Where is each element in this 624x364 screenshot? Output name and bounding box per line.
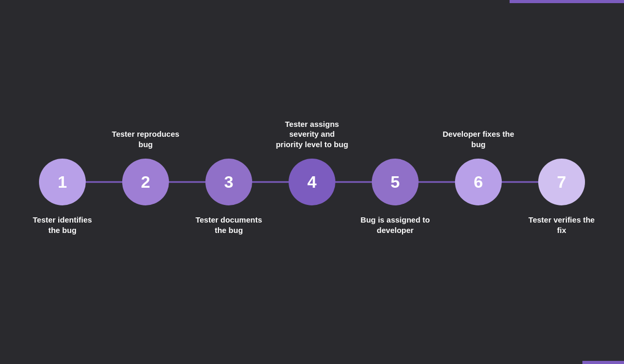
step-6-circle: 6 [455, 159, 502, 205]
step-5: 5 Bug is assigned to developer [359, 108, 432, 256]
step-3-label: Tester documents the bug [192, 215, 265, 256]
step-5-number: 5 [391, 173, 400, 192]
step-6-label: Developer fixes the bug [442, 108, 515, 149]
step-5-label: Bug is assigned to developer [359, 215, 432, 256]
step-4-number: 4 [307, 173, 317, 192]
step-2-circle: 2 [122, 159, 169, 205]
diagram-container: 1 Tester identifies the bug Tester repro… [0, 0, 624, 364]
step-1-number: 1 [58, 173, 67, 192]
step-1: 1 Tester identifies the bug [26, 108, 99, 256]
step-1-circle: 1 [39, 159, 86, 205]
step-1-label: Tester identifies the bug [26, 215, 99, 256]
step-6-number: 6 [474, 173, 483, 192]
step-4: Tester assigns severity and priority lev… [276, 108, 348, 256]
step-3: 3 Tester documents the bug [192, 108, 265, 256]
step-2-number: 2 [141, 173, 150, 192]
step-4-circle: 4 [289, 159, 335, 205]
step-5-circle: 5 [372, 159, 419, 205]
steps-row: 1 Tester identifies the bug Tester repro… [26, 108, 598, 256]
step-7-number: 7 [557, 173, 566, 192]
step-7-circle: 7 [538, 159, 585, 205]
step-4-label: Tester assigns severity and priority lev… [276, 108, 348, 149]
step-7-label: Tester verifies the fix [525, 215, 598, 256]
step-2-label: Tester reproduces bug [109, 108, 182, 149]
step-2: Tester reproduces bug 2 [109, 108, 182, 256]
step-7: 7 Tester verifies the fix [525, 108, 598, 256]
steps-wrapper: 1 Tester identifies the bug Tester repro… [26, 73, 598, 291]
step-6: Developer fixes the bug 6 [442, 108, 515, 256]
step-3-circle: 3 [205, 159, 252, 205]
step-3-number: 3 [224, 173, 233, 192]
